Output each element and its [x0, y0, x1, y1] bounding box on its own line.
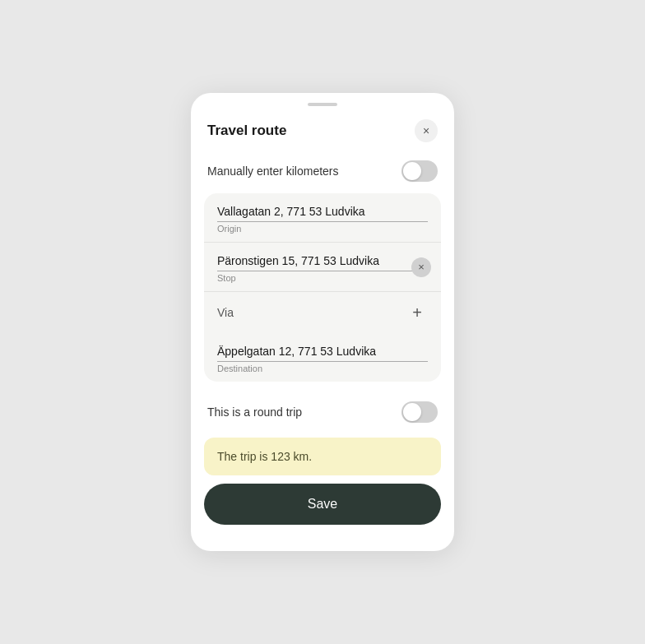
- info-text: The trip is 123 km.: [217, 450, 312, 463]
- origin-label: Origin: [217, 224, 428, 234]
- close-button[interactable]: ×: [415, 119, 438, 142]
- round-trip-label: This is a round trip: [207, 405, 302, 419]
- dialog-header: Travel route ×: [191, 106, 454, 152]
- save-button[interactable]: Save: [204, 484, 441, 525]
- origin-value[interactable]: Vallagatan 2, 771 53 Ludvika: [217, 205, 428, 222]
- via-row: Via +: [204, 291, 441, 333]
- route-card: Vallagatan 2, 771 53 Ludvika Origin Päro…: [204, 193, 441, 382]
- stop-label: Stop: [217, 273, 428, 283]
- destination-value[interactable]: Äppelgatan 12, 771 53 Ludvika: [217, 345, 428, 362]
- manually-enter-row: Manually enter kilometers: [191, 152, 454, 193]
- manually-enter-label: Manually enter kilometers: [207, 164, 339, 178]
- via-add-button[interactable]: +: [406, 302, 428, 323]
- manually-enter-toggle[interactable]: [401, 160, 438, 182]
- stop-value[interactable]: Päronstigen 15, 771 53 Ludvika: [217, 254, 428, 271]
- travel-route-dialog: Travel route × Manually enter kilometers…: [191, 93, 454, 551]
- destination-label: Destination: [217, 364, 428, 373]
- via-label: Via: [217, 306, 234, 319]
- round-trip-toggle[interactable]: [401, 401, 438, 423]
- stop-clear-button[interactable]: ×: [411, 257, 431, 277]
- dialog-title: Travel route: [207, 123, 286, 139]
- stop-field: Päronstigen 15, 771 53 Ludvika Stop ×: [204, 242, 441, 291]
- destination-field: Äppelgatan 12, 771 53 Ludvika Destinatio…: [204, 333, 441, 382]
- info-banner: The trip is 123 km.: [204, 438, 441, 475]
- round-trip-row: This is a round trip: [191, 393, 454, 438]
- origin-field: Vallagatan 2, 771 53 Ludvika Origin: [204, 193, 441, 242]
